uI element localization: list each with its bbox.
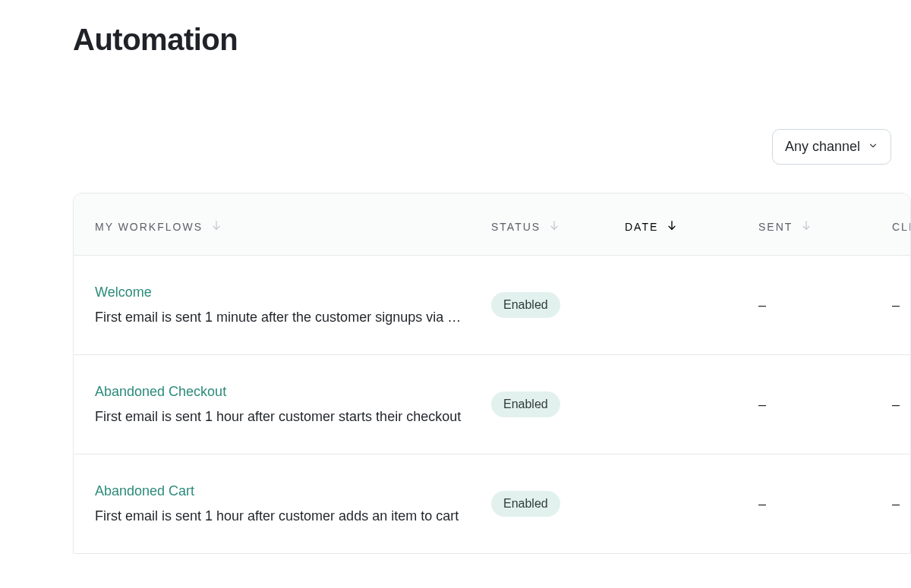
column-header-click-label: CLI	[892, 221, 911, 233]
table-row: Welcome First email is sent 1 minute aft…	[74, 256, 910, 355]
status-badge: Enabled	[491, 391, 560, 417]
column-header-date[interactable]: Date	[625, 219, 758, 234]
status-badge: Enabled	[491, 491, 560, 517]
table-body: Welcome First email is sent 1 minute aft…	[74, 256, 910, 553]
table-row: Abandoned Checkout First email is sent 1…	[74, 355, 910, 454]
sent-cell: –	[758, 297, 766, 313]
column-header-click[interactable]: CLI	[892, 221, 911, 233]
column-header-workflows-label: My Workflows	[95, 221, 203, 233]
table-row: Abandoned Cart First email is sent 1 hou…	[74, 454, 910, 553]
column-header-date-label: Date	[625, 221, 658, 233]
click-cell: –	[892, 496, 900, 511]
channel-filter-label: Any channel	[785, 139, 860, 155]
channel-filter-dropdown[interactable]: Any channel	[772, 129, 891, 165]
column-header-sent-label: Sent	[758, 221, 793, 233]
arrow-down-icon	[666, 219, 678, 234]
workflow-description: First email is sent 1 hour after custome…	[95, 409, 467, 425]
workflow-description: First email is sent 1 minute after the c…	[95, 310, 467, 325]
sent-cell: –	[758, 496, 766, 511]
click-cell: –	[892, 297, 900, 313]
workflow-name-link[interactable]: Abandoned Checkout	[95, 384, 226, 400]
status-badge: Enabled	[491, 292, 560, 318]
column-header-sent[interactable]: Sent	[758, 219, 892, 234]
workflow-description: First email is sent 1 hour after custome…	[95, 508, 467, 524]
column-header-status[interactable]: Status	[491, 219, 625, 234]
chevron-down-icon	[868, 139, 878, 155]
arrow-down-icon	[210, 219, 222, 234]
workflow-name-link[interactable]: Abandoned Cart	[95, 483, 194, 499]
arrow-down-icon	[800, 219, 812, 234]
page-title: Automation	[73, 23, 238, 57]
table-header: My Workflows Status Date	[74, 193, 910, 256]
column-header-workflows[interactable]: My Workflows	[95, 219, 491, 234]
click-cell: –	[892, 397, 900, 412]
workflows-table: My Workflows Status Date	[73, 193, 911, 554]
arrow-down-icon	[548, 219, 560, 234]
workflow-name-link[interactable]: Welcome	[95, 285, 152, 300]
column-header-status-label: Status	[491, 221, 541, 233]
sent-cell: –	[758, 397, 766, 412]
